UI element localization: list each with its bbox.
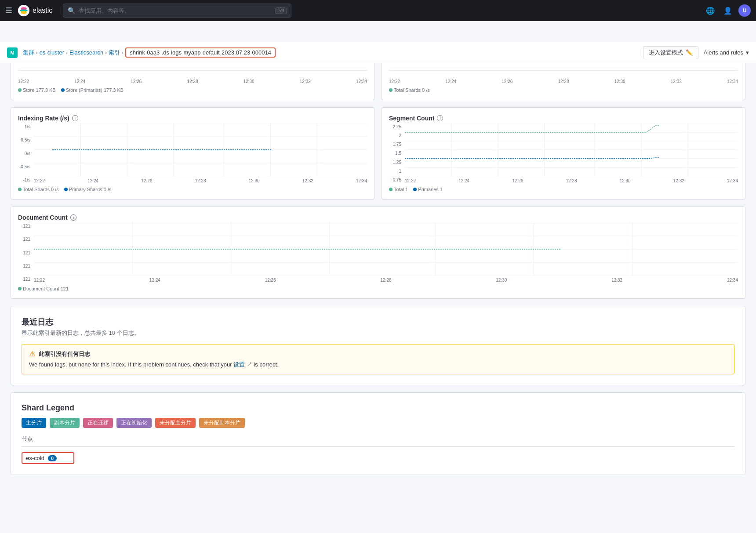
badge-unassigned-replica: 未分配副本分片 bbox=[199, 418, 245, 428]
indexing-total-dot bbox=[18, 188, 22, 191]
breadcrumb-sep-4: › bbox=[122, 50, 124, 56]
warning-title: ⚠ 此索引没有任何日志 bbox=[29, 350, 727, 358]
recent-logs-title: 最近日志 bbox=[22, 317, 734, 327]
document-count-svg bbox=[34, 223, 738, 276]
user-icon[interactable]: 👤 bbox=[721, 4, 735, 18]
store-left-svg bbox=[18, 64, 367, 77]
external-link-icon: ↗ bbox=[247, 361, 252, 368]
segment-total-label: Total 1 bbox=[394, 187, 408, 192]
globe-icon[interactable]: 🌐 bbox=[703, 4, 717, 18]
indexing-rate-chart-container: 1/s 0.5/s 0/s -0.5/s -1/s bbox=[18, 123, 367, 183]
indexing-primary-dot bbox=[64, 188, 68, 191]
document-count-section: Document Count i 121 121 121 121 121 bbox=[11, 207, 745, 299]
store-dot bbox=[18, 88, 22, 92]
store-legend-1: Store 177.3 KB bbox=[23, 87, 56, 93]
breadcrumb-sep-2: › bbox=[66, 50, 68, 56]
recent-logs-section: 最近日志 显示此索引最新的日志，总共最多 10 个日志。 ⚠ 此索引没有任何日志… bbox=[11, 306, 745, 385]
doc-count-label: Document Count 121 bbox=[23, 286, 69, 291]
shard-legend-section: Shard Legend 主分片 副本分片 正在迁移 正在初始化 未分配主分片 … bbox=[11, 392, 745, 475]
avatar[interactable]: U bbox=[738, 4, 751, 17]
segment-legend: Total 1 Primaries 1 bbox=[389, 187, 738, 192]
store-right-svg bbox=[389, 64, 738, 77]
segment-count-info-icon[interactable]: i bbox=[437, 115, 443, 121]
indexing-primary-label: Primary Shards 0 /s bbox=[69, 187, 112, 192]
breadcrumb-bar: M 集群 › es-cluster › Elasticsearch › 索引 ›… bbox=[0, 42, 756, 63]
indexing-legend: Total Shards 0 /s Primary Shards 0 /s bbox=[18, 187, 367, 192]
indexing-x-axis: 12:2212:2412:2612:2812:3012:3212:34 bbox=[34, 178, 367, 183]
node-row: es-cold 0 bbox=[22, 452, 734, 464]
store-left-legend: Store 177.3 KB Store (Primaries) 177.3 K… bbox=[18, 87, 367, 93]
segment-primaries-label: Primaries 1 bbox=[418, 187, 443, 192]
indexing-segment-row: Indexing Rate (/s) i 1/s 0.5/s 0/s -0.5/… bbox=[11, 107, 745, 199]
doc-count-legend: Document Count 121 bbox=[18, 286, 738, 291]
segment-total-dot bbox=[389, 188, 393, 191]
segment-count-chart-container: 2.25 2 1.75 1.5 1.25 1 0.75 bbox=[389, 123, 738, 183]
badge-primary: 主分片 bbox=[22, 418, 46, 428]
recent-logs-subtitle: 显示此索引最新的日志，总共最多 10 个日志。 bbox=[22, 329, 734, 337]
total-shards-dot bbox=[389, 88, 393, 92]
doc-count-dot bbox=[18, 287, 22, 290]
elastic-logo[interactable]: elastic bbox=[18, 4, 52, 17]
warning-title-text: 此索引没有任何日志 bbox=[39, 350, 90, 358]
indexing-rate-info-icon[interactable]: i bbox=[72, 115, 78, 121]
nodes-label: 节点 bbox=[22, 435, 734, 447]
search-input[interactable] bbox=[79, 7, 271, 14]
indexing-rate-svg bbox=[34, 123, 367, 176]
store-right-xaxis: 12:2212:2412:2612:2812:3012:3212:34 bbox=[389, 79, 738, 84]
shard-badges: 主分片 副本分片 正在迁移 正在初始化 未分配主分片 未分配副本分片 bbox=[22, 418, 734, 428]
segment-x-axis: 12:2212:2412:2612:2812:3012:3212:34 bbox=[405, 178, 738, 183]
indexing-total-label: Total Shards 0 /s bbox=[23, 187, 59, 192]
breadcrumb-index[interactable]: 索引 bbox=[109, 49, 120, 57]
store-left-xaxis: 12:2212:2412:2612:2812:3012:3212:34 bbox=[18, 79, 367, 84]
main-content: 0.0 B 12:2212:2412:2612:2812:3012:3212:3… bbox=[0, 42, 756, 533]
document-count-title: Document Count i bbox=[18, 214, 738, 221]
indexing-rate-section: Indexing Rate (/s) i 1/s 0.5/s 0/s -0.5/… bbox=[11, 107, 374, 199]
nav-right-actions: 🌐 👤 U bbox=[703, 4, 751, 18]
warning-suffix: is correct. bbox=[254, 361, 278, 368]
settings-mode-button[interactable]: 进入设置模式 ✏️ bbox=[643, 46, 698, 59]
breadcrumb-sep-1: › bbox=[36, 50, 38, 56]
indexing-y-axis: 1/s 0.5/s 0/s -0.5/s -1/s bbox=[18, 123, 32, 183]
badge-replica: 副本分片 bbox=[50, 418, 80, 428]
global-search-bar[interactable]: 🔍 ⌥/ bbox=[63, 4, 291, 18]
breadcrumb-current: shrink-0aa3-.ds-logs-myapp-default-2023.… bbox=[125, 47, 276, 58]
warning-body: We found logs, but none for this index. … bbox=[29, 361, 727, 369]
top-navigation: ☰ elastic 🔍 ⌥/ 🌐 👤 U bbox=[0, 0, 756, 21]
document-count-chart: 12:2212:2412:2612:2812:3012:3212:34 bbox=[34, 223, 738, 283]
shard-legend-title: Shard Legend bbox=[22, 403, 734, 413]
badge-unassigned-primary: 未分配主分片 bbox=[155, 418, 196, 428]
alerts-rules-button[interactable]: Alerts and rules ▾ bbox=[704, 49, 749, 56]
indexing-rate-chart: 12:2212:2412:2612:2812:3012:3212:34 bbox=[34, 123, 367, 183]
breadcrumb-cluster[interactable]: 集群 bbox=[23, 49, 34, 57]
segment-count-chart: 12:2212:2412:2612:2812:3012:3212:34 bbox=[405, 123, 738, 183]
settings-mode-label: 进入设置模式 bbox=[649, 49, 683, 57]
menu-icon[interactable]: ☰ bbox=[5, 6, 12, 15]
document-count-chart-container: 121 121 121 121 121 bbox=[18, 223, 738, 283]
chevron-down-icon: ▾ bbox=[746, 49, 749, 56]
indexing-rate-title: Indexing Rate (/s) i bbox=[18, 115, 367, 122]
no-logs-warning: ⚠ 此索引没有任何日志 We found logs, but none for … bbox=[22, 344, 734, 374]
document-count-info-icon[interactable]: i bbox=[70, 214, 76, 221]
settings-link[interactable]: 设置 bbox=[233, 361, 245, 368]
svg-point-3 bbox=[21, 11, 27, 14]
edit-icon: ✏️ bbox=[686, 49, 693, 56]
breadcrumb-actions: 进入设置模式 ✏️ Alerts and rules ▾ bbox=[643, 46, 749, 59]
breadcrumb-es-cluster[interactable]: es-cluster bbox=[40, 49, 64, 56]
app-icon[interactable]: M bbox=[7, 47, 18, 58]
breadcrumb-sep-3: › bbox=[105, 50, 107, 56]
segment-count-title: Segment Count i bbox=[389, 115, 738, 122]
total-shards-legend: Total Shards 0 /s bbox=[394, 87, 430, 93]
badge-initializing: 正在初始化 bbox=[116, 418, 152, 428]
node-shard-count: 0 bbox=[48, 455, 57, 461]
node-name: es-cold bbox=[26, 455, 44, 461]
search-shortcut: ⌥/ bbox=[275, 7, 287, 14]
warning-icon: ⚠ bbox=[29, 350, 35, 358]
doc-count-y-axis: 121 121 121 121 121 bbox=[18, 223, 32, 283]
doc-count-x-axis: 12:2212:2412:2612:2812:3012:3212:34 bbox=[34, 278, 738, 283]
alerts-rules-label: Alerts and rules bbox=[704, 49, 743, 56]
breadcrumb-elasticsearch[interactable]: Elasticsearch bbox=[69, 49, 103, 56]
node-cell: es-cold 0 bbox=[22, 452, 74, 464]
segment-count-svg bbox=[405, 123, 738, 176]
store-primary-dot bbox=[61, 88, 65, 92]
badge-relocating: 正在迁移 bbox=[83, 418, 113, 428]
